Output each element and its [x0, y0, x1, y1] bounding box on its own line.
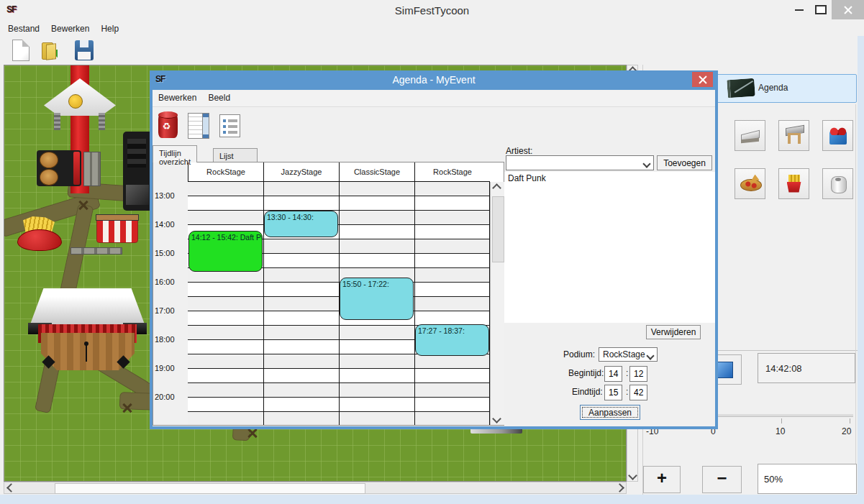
path-junction — [78, 199, 89, 211]
begin-hour-input[interactable] — [604, 366, 622, 382]
dialog-titlebar[interactable]: SF Agenda - MyEvent — [153, 72, 715, 90]
menu-item[interactable]: Help — [95, 22, 124, 35]
window-border-bottom — [0, 495, 864, 504]
tent-logo — [68, 94, 83, 109]
podium-label: Podium: — [563, 349, 595, 359]
burger — [40, 169, 58, 185]
dialog-menu-item[interactable]: Bewerken — [153, 91, 202, 104]
close-icon — [844, 6, 852, 14]
dialog-menu-item[interactable]: Beeld — [202, 91, 236, 104]
panel-edge — [855, 104, 856, 492]
new-file-button[interactable] — [9, 38, 33, 63]
time-label: 15:00 — [155, 249, 175, 257]
slider-tick — [850, 418, 850, 423]
schedule-table: 13:0014:0015:0016:0017:0018:0019:0020:00… — [153, 162, 504, 426]
trash-icon — [158, 114, 178, 138]
menu-item[interactable]: Bewerken — [45, 22, 95, 35]
toilet-paper-button[interactable] — [822, 168, 853, 199]
gift-button[interactable] — [822, 120, 853, 151]
schedule-scrollbar[interactable] — [490, 182, 504, 425]
schedule-event[interactable]: 17:27 - 18:37: — [415, 324, 489, 356]
agenda-button-label: Agenda — [758, 83, 788, 93]
entrance-tent[interactable] — [44, 78, 116, 130]
dialog-title: Agenda - MyEvent — [153, 74, 715, 86]
list-view-button[interactable] — [217, 114, 242, 138]
chevron-up-icon — [492, 183, 501, 193]
delete-event-button[interactable] — [155, 114, 180, 138]
schedule-event[interactable]: 15:50 - 17:22: — [340, 278, 414, 319]
window-border-right — [858, 36, 864, 495]
main-toolbar — [0, 36, 864, 65]
fries-stand[interactable] — [17, 216, 60, 251]
podium-combo[interactable]: RockStage — [599, 347, 658, 362]
stand-panel — [73, 152, 80, 185]
play-icon — [717, 362, 733, 378]
dialog-toolbar — [153, 109, 715, 142]
artist-list[interactable]: Daft Punk — [504, 172, 715, 323]
floor-tile-button[interactable] — [735, 120, 765, 151]
apply-button[interactable]: Aanpassen — [580, 405, 640, 420]
remove-button[interactable]: Verwijderen — [646, 325, 701, 339]
artist-combo[interactable] — [506, 155, 654, 170]
time-label: 16:00 — [155, 278, 175, 286]
striped-stand[interactable] — [96, 217, 138, 243]
zoom-in-button[interactable]: + — [643, 466, 681, 493]
time-label: 20:00 — [155, 393, 175, 401]
speaker-stack[interactable] — [123, 132, 153, 211]
podium-combo-value: RockStage — [603, 349, 645, 359]
scrollbar-thumb[interactable] — [492, 196, 504, 262]
fries-button[interactable] — [778, 168, 809, 199]
save-button[interactable] — [72, 38, 96, 63]
tent-leg — [54, 113, 60, 130]
scroll-up-button[interactable] — [491, 183, 501, 193]
main-stage[interactable] — [28, 288, 147, 371]
main-menubar: BestandBewerkenHelp — [0, 22, 864, 36]
schedule-event[interactable]: 14:12 - 15:42: Daft Punk — [188, 231, 263, 272]
end-hour-input[interactable] — [604, 385, 622, 400]
dialog-close-button[interactable] — [692, 72, 713, 87]
maximize-icon — [815, 5, 827, 14]
agenda-book-icon — [727, 78, 755, 98]
pizza-button[interactable] — [735, 168, 765, 199]
open-file-button[interactable] — [40, 38, 65, 63]
close-icon — [699, 75, 707, 84]
tab-list-overview[interactable]: Lijst overzicht — [213, 148, 258, 162]
tab-timeline-overview[interactable]: Tijdlijn overzicht — [153, 145, 197, 162]
time-separator: : — [626, 387, 628, 397]
scroll-down-button[interactable] — [627, 470, 637, 481]
map-horizontal-scrollbar[interactable] — [4, 482, 627, 494]
minimize-button[interactable] — [788, 0, 810, 19]
scroll-down-button[interactable] — [491, 413, 501, 424]
zoom-level-field[interactable]: 50% — [758, 464, 857, 494]
scrollbar-thumb[interactable] — [55, 483, 365, 494]
minimize-icon — [795, 9, 804, 11]
artist-list-item[interactable]: Daft Punk — [504, 172, 715, 185]
time-separator: : — [626, 368, 628, 378]
stage-column-header: RockStage — [188, 162, 263, 182]
stage-column-header: ClassicStage — [339, 162, 414, 182]
table-view-icon — [188, 113, 209, 139]
schedule-grid[interactable]: 14:12 - 15:42: Daft Punk13:30 - 14:30:15… — [188, 182, 490, 425]
window-title: SimFestTycoon — [0, 4, 864, 17]
burger-stand[interactable] — [37, 150, 81, 186]
zoom-out-button[interactable]: − — [702, 466, 742, 493]
path-junction — [122, 402, 133, 413]
close-button[interactable] — [832, 0, 864, 19]
chevron-down-icon — [646, 352, 654, 359]
new-file-icon — [12, 40, 29, 61]
slider-tick — [781, 418, 782, 423]
menu-item[interactable]: Bestand — [2, 22, 45, 35]
begin-minute-input[interactable] — [629, 366, 647, 382]
maximize-button[interactable] — [810, 0, 832, 19]
stage-structure-button[interactable] — [778, 120, 809, 151]
time-label: 18:00 — [155, 335, 175, 344]
schedule-event[interactable]: 13:30 - 14:30: — [264, 211, 338, 237]
add-artist-button[interactable]: Toevoegen — [657, 155, 712, 170]
bench — [71, 247, 122, 255]
timeline-view-button[interactable] — [186, 114, 211, 138]
scroll-right-button[interactable] — [614, 482, 624, 493]
end-minute-input[interactable] — [629, 385, 647, 400]
scroll-left-button[interactable] — [6, 482, 16, 493]
window-controls — [788, 0, 864, 19]
list-view-icon — [219, 114, 240, 137]
